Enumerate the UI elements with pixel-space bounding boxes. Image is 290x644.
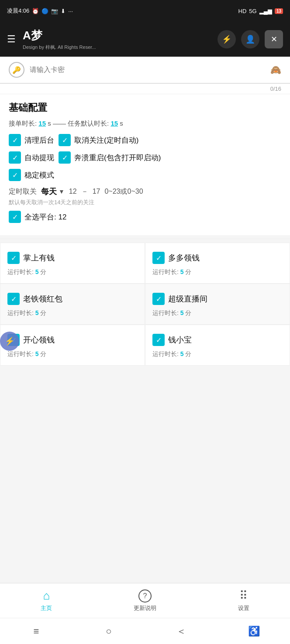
checkbox-row-2: ✓ 自动提现 ✓ 奔溃重启(包含打开即启动) (9, 151, 281, 164)
timer-note: 默认每天取消一次14天之前的关注 (9, 199, 281, 206)
timer-frequency-dropdown[interactable]: 每天 ▼ (41, 186, 65, 197)
checkbox-platform-1[interactable]: ✓ (152, 252, 165, 264)
checkbox-unfollow[interactable]: ✓ (59, 134, 71, 146)
app-title-section: A梦 Design by 梓枫. All Rights Reser... (23, 28, 211, 51)
platform-header-3: ✓ 超级直播间 (152, 293, 283, 305)
config-duration-row: 接单时长: 15 s —— 任务默认时长: 15 s (9, 120, 281, 128)
nav-item-home[interactable]: ⌂ 主页 (41, 589, 52, 612)
sys-nav-home[interactable]: ○ (100, 623, 117, 640)
checkbox-item-clear-bg[interactable]: ✓ 清理后台 (9, 134, 54, 146)
home-nav-label: 主页 (41, 604, 52, 612)
platform-all-label: 全选平台: 12 (24, 212, 66, 222)
platform-item-2: ✓ 老铁领红包 运行时长: 5 分 (0, 284, 145, 325)
checkbox-row-1: ✓ 清理后台 ✓ 取消关注(定时自动) (9, 134, 281, 146)
sys-back-icon: ＜ (176, 625, 186, 638)
platform-duration-val-4[interactable]: 5 (35, 350, 39, 357)
platform-item-1: ✓ 多多领钱 运行时长: 5 分 (145, 243, 290, 284)
checkbox-label-clear-bg: 清理后台 (24, 135, 54, 145)
platform-name-2: 老铁领红包 (23, 294, 62, 304)
notification-icon-btn[interactable]: ⚡ (218, 30, 236, 48)
home-nav-icon: ⌂ (43, 589, 50, 603)
update-nav-icon: ? (138, 589, 152, 603)
app-title: A梦 (23, 28, 211, 43)
timer-label: 定时取关 (9, 187, 37, 196)
platform-name-3: 超级直播间 (168, 294, 207, 304)
checkbox-all-platforms[interactable]: ✓ (9, 211, 21, 223)
sys-menu-icon: ≡ (34, 626, 39, 637)
password-counter: 0/16 (0, 84, 290, 94)
eye-toggle-icon[interactable]: 🙈 (270, 65, 281, 75)
platform-duration-val-3[interactable]: 5 (180, 309, 184, 316)
timer-range-to[interactable]: 17 (93, 188, 100, 195)
platform-item-4: ✓ 开心领钱 运行时长: 5 分 (0, 325, 145, 366)
floating-icon: ⚡ (5, 336, 14, 346)
checkbox-stable-mode[interactable]: ✓ (9, 169, 21, 181)
main-content: 基础配置 接单时长: 15 s —— 任务默认时长: 15 s ✓ 清理后台 ✓… (0, 94, 290, 235)
section-title: 基础配置 (9, 101, 281, 114)
bottom-nav: ⌂ 主页 ? 更新说明 ⠿ 设置 (0, 583, 290, 618)
platform-duration-val-1[interactable]: 5 (180, 268, 184, 275)
sys-accessibility-icon: ♿ (248, 626, 260, 637)
bell-icon: ⚡ (222, 34, 231, 44)
platform-duration-val-0[interactable]: 5 (35, 268, 39, 275)
platform-name-1: 多多领钱 (168, 253, 200, 263)
task-duration-unit: s (120, 120, 123, 127)
top-bar: ☰ A梦 Design by 梓枫. All Rights Reser... ⚡… (0, 22, 290, 57)
checkbox-label-auto-withdraw: 自动提现 (24, 153, 54, 163)
platform-all-select[interactable]: ✓ 全选平台: 12 (9, 211, 66, 223)
platform-duration-2: 运行时长: 5 分 (7, 309, 138, 317)
sys-nav-menu[interactable]: ≡ (28, 623, 45, 640)
checkbox-crash-restart[interactable]: ✓ (59, 151, 71, 164)
checkbox-item-auto-withdraw[interactable]: ✓ 自动提现 (9, 151, 54, 164)
nav-item-update[interactable]: ? 更新说明 (134, 589, 156, 612)
timer-row: 定时取关 每天 ▼ 12 － 17 0~23或0~30 (9, 186, 281, 197)
sys-nav-bar: ≡ ○ ＜ ♿ (0, 618, 290, 644)
status-bar: 凌晨4:06 ⏰ 🔵 📷 ⬇ ··· HD 5G ▂▄▆ 13 (0, 0, 290, 22)
hd-label: HD (238, 8, 247, 14)
platform-header-1: ✓ 多多领钱 (152, 252, 283, 264)
checkbox-item-crash-restart[interactable]: ✓ 奔溃重启(包含打开即启动) (59, 151, 161, 164)
order-duration-unit: s (48, 120, 51, 127)
platform-item-3: ✓ 超级直播间 运行时长: 5 分 (145, 284, 290, 325)
platform-header-0: ✓ 掌上有钱 (7, 252, 138, 264)
checkbox-label-crash-restart: 奔溃重启(包含打开即启动) (74, 153, 161, 163)
status-left: 凌晨4:06 ⏰ 🔵 📷 ⬇ ··· (7, 7, 73, 15)
task-duration-value[interactable]: 15 (110, 120, 118, 127)
checkbox-item-unfollow[interactable]: ✓ 取消关注(定时自动) (59, 134, 138, 146)
floating-action-button[interactable]: ⚡ (0, 332, 19, 351)
checkbox-platform-3[interactable]: ✓ (152, 293, 165, 305)
platform-all-select-row: ✓ 全选平台: 12 (9, 211, 281, 223)
checkbox-platform-2[interactable]: ✓ (7, 293, 20, 305)
sys-nav-accessibility[interactable]: ♿ (245, 623, 262, 640)
user-icon-btn[interactable]: 👤 (241, 30, 259, 48)
timer-range-sep: － (81, 187, 88, 196)
password-input[interactable] (30, 66, 270, 74)
platform-duration-1: 运行时长: 5 分 (152, 268, 283, 276)
task-duration-label: 任务默认时长: (68, 120, 109, 127)
platform-grid: ✓ 掌上有钱 运行时长: 5 分 ✓ 多多领钱 运行时长: 5 分 ✓ 老铁领红… (0, 243, 290, 366)
app-icon-3: ⬇ (61, 8, 66, 14)
timer-section: 定时取关 每天 ▼ 12 － 17 0~23或0~30 默认每天取消一次14天之… (9, 186, 281, 206)
platform-name-5: 钱小宝 (168, 335, 192, 345)
settings-nav-label: 设置 (238, 604, 249, 612)
close-icon: ✕ (271, 34, 277, 44)
sys-nav-back[interactable]: ＜ (173, 623, 190, 640)
shield-icon: 🔑 (9, 62, 24, 78)
hamburger-icon[interactable]: ☰ (7, 34, 16, 45)
platform-duration-val-2[interactable]: 5 (35, 309, 39, 316)
platform-duration-val-5[interactable]: 5 (180, 350, 184, 357)
platform-duration-0: 运行时长: 5 分 (7, 268, 138, 276)
checkbox-label-unfollow: 取消关注(定时自动) (74, 135, 138, 145)
platform-header-4: ✓ 开心领钱 (7, 334, 138, 346)
checkbox-item-stable-mode[interactable]: ✓ 稳定模式 (9, 169, 54, 181)
close-icon-btn[interactable]: ✕ (265, 30, 283, 48)
checkbox-platform-5[interactable]: ✓ (152, 334, 165, 346)
update-nav-label: 更新说明 (134, 604, 156, 612)
checkbox-auto-withdraw[interactable]: ✓ (9, 151, 21, 164)
timer-range-from[interactable]: 12 (69, 188, 77, 195)
order-duration-value[interactable]: 15 (38, 120, 46, 127)
checkbox-clear-bg[interactable]: ✓ (9, 134, 21, 146)
nav-item-settings[interactable]: ⠿ 设置 (238, 589, 249, 612)
platform-duration-3: 运行时长: 5 分 (152, 309, 283, 317)
checkbox-platform-0[interactable]: ✓ (7, 252, 20, 264)
